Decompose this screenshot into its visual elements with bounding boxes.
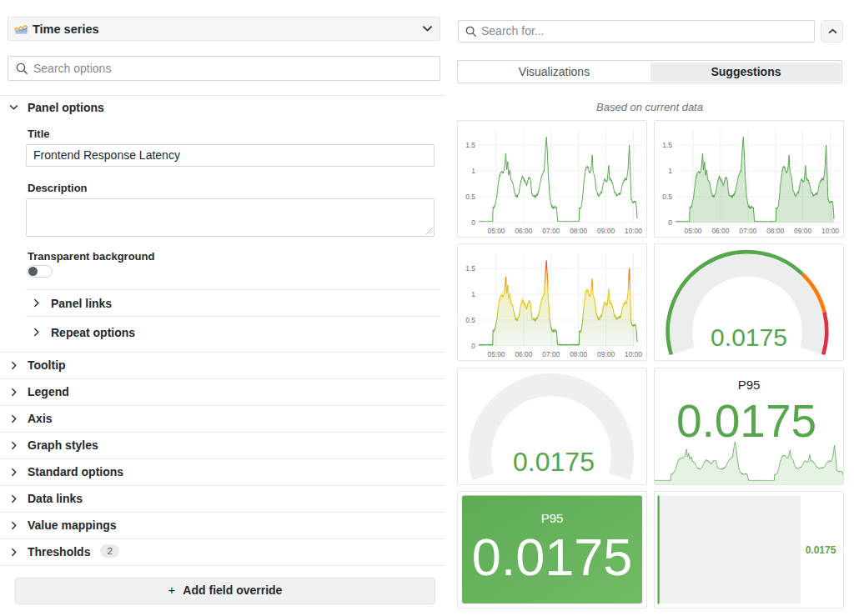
svg-text:07:00: 07:00 [542, 350, 560, 358]
svg-text:06:00: 06:00 [515, 227, 532, 235]
svg-text:0.0175: 0.0175 [806, 544, 836, 556]
svg-text:1.5: 1.5 [465, 141, 475, 149]
svg-text:10:00: 10:00 [625, 227, 642, 235]
svg-text:06:00: 06:00 [515, 350, 532, 358]
svg-text:08:00: 08:00 [570, 350, 587, 358]
svg-text:0.5: 0.5 [465, 193, 475, 201]
svg-text:07:00: 07:00 [542, 227, 560, 235]
svg-text:1.5: 1.5 [465, 264, 475, 273]
svg-text:1: 1 [471, 290, 475, 298]
svg-text:0.0175: 0.0175 [472, 528, 633, 586]
svg-text:06:00: 06:00 [711, 227, 729, 235]
svg-text:10:00: 10:00 [821, 227, 839, 235]
svg-text:10:00: 10:00 [625, 350, 642, 358]
svg-text:0.5: 0.5 [465, 316, 475, 324]
svg-text:09:00: 09:00 [597, 227, 615, 235]
svg-text:08:00: 08:00 [570, 227, 587, 235]
svg-text:05:00: 05:00 [685, 227, 702, 235]
svg-text:P95: P95 [541, 511, 564, 525]
svg-text:09:00: 09:00 [794, 227, 811, 235]
svg-text:1.5: 1.5 [662, 141, 672, 149]
svg-text:0: 0 [668, 218, 672, 227]
svg-text:09:00: 09:00 [597, 350, 615, 358]
svg-text:1: 1 [471, 167, 475, 175]
svg-text:0.0175: 0.0175 [711, 323, 787, 351]
svg-text:0.5: 0.5 [662, 193, 672, 201]
svg-text:0.0175: 0.0175 [513, 447, 595, 477]
svg-text:0: 0 [471, 342, 475, 350]
svg-text:05:00: 05:00 [488, 350, 505, 358]
svg-text:P95: P95 [738, 378, 761, 392]
svg-text:0: 0 [471, 218, 475, 227]
svg-text:08:00: 08:00 [766, 227, 784, 235]
svg-text:1: 1 [668, 167, 672, 175]
svg-text:05:00: 05:00 [488, 227, 505, 235]
svg-text:0.0175: 0.0175 [676, 395, 816, 447]
svg-text:07:00: 07:00 [739, 227, 756, 235]
